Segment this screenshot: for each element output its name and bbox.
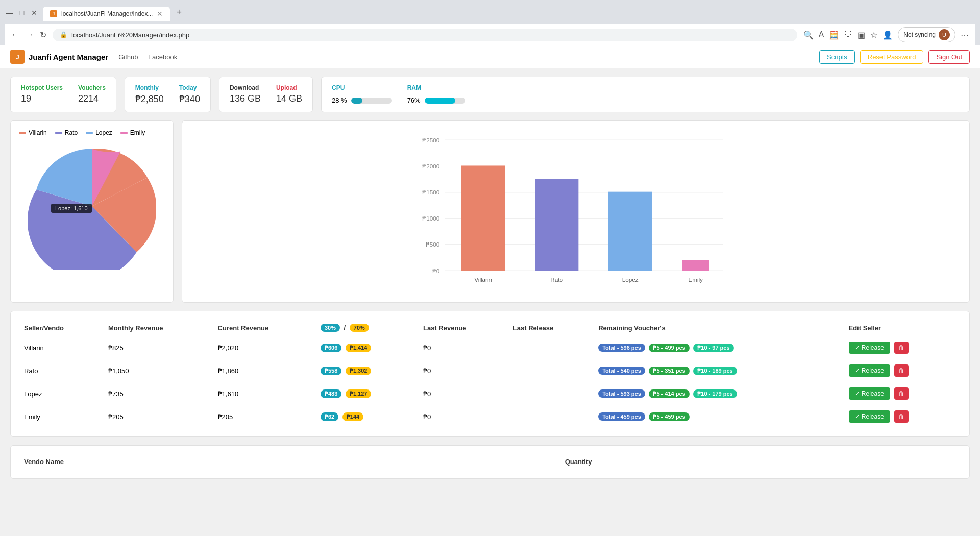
users-vouchers-card: Hotspot Users 19 Vouchers 2214 [10, 77, 116, 112]
tab-close-icon[interactable]: ✕ [157, 10, 163, 18]
ram-progress-bar [425, 98, 465, 104]
active-tab[interactable]: J localhost/JuanFi Manager/index... ✕ [43, 7, 170, 21]
scripts-button[interactable]: Scripts [819, 50, 855, 64]
release-button-emily[interactable]: ✓ Release [849, 410, 890, 423]
svg-text:₱1000: ₱1000 [422, 215, 440, 222]
today-value: ₱340 [179, 93, 200, 105]
table-row: Emily ₱205 ₱205 ₱62 ₱144 ₱0 Total - 459 … [19, 405, 961, 428]
facebook-link[interactable]: Facebook [148, 53, 177, 61]
monthly-stat: Monthly ₱2,850 [135, 84, 164, 105]
col-last-revenue: Last Revenue [418, 320, 508, 336]
last-revenue: ₱0 [418, 336, 508, 359]
reload-button[interactable]: ↻ [40, 30, 46, 40]
monthly-label: Monthly [135, 84, 164, 91]
ram-value: 76% [407, 96, 421, 104]
app-header: J Juanfi Agent Manager Github Facebook S… [0, 45, 980, 68]
last-release [508, 336, 593, 359]
ram-progress-fill [425, 98, 456, 104]
app-title: Juanfi Agent Manager [29, 53, 108, 61]
pct-values: ₱483 ₱1,127 [315, 382, 418, 405]
legend-dot-emily [120, 132, 128, 134]
close-button[interactable]: ✕ [30, 8, 39, 17]
current-revenue: ₱205 [213, 405, 315, 428]
last-release [508, 382, 593, 405]
table-row: Rato ₱1,050 ₱1,860 ₱558 ₱1,302 ₱0 Total … [19, 359, 961, 382]
monthly-revenue: ₱205 [103, 405, 213, 428]
legend-emily: Emily [120, 129, 145, 136]
minimize-button[interactable]: — [5, 8, 14, 17]
ram-label: RAM [407, 84, 465, 91]
delete-button-villarin[interactable]: 🗑 [894, 342, 909, 354]
bar-rato [535, 179, 578, 271]
hotspot-users-label: Hotspot Users [21, 84, 63, 91]
col-vendo-qty: Quantity [560, 454, 961, 470]
app-nav: Github Facebook [118, 53, 185, 61]
pie-chart-container: Lopez: 1,610 [19, 142, 165, 270]
seller-name: Rato [19, 359, 103, 382]
menu-icon[interactable]: ⋯ [961, 30, 969, 40]
release-button-rato[interactable]: ✓ Release [849, 364, 890, 377]
delete-button-emily[interactable]: 🗑 [894, 410, 909, 423]
extensions-icon[interactable]: 🧮 [829, 30, 839, 40]
refresh-icon[interactable]: ▣ [857, 30, 865, 40]
address-bar[interactable]: 🔒 localhost/JuanFi%20Manager/index.php [53, 29, 797, 41]
col-vouchers: Remaining Voucher's [593, 320, 843, 336]
release-button-villarin[interactable]: ✓ Release [849, 342, 890, 354]
table-row: Lopez ₱735 ₱1,610 ₱483 ₱1,127 ₱0 Total -… [19, 382, 961, 405]
col-edit: Edit Seller [844, 320, 962, 336]
bar-villarin [461, 165, 505, 271]
browser-titlebar: — □ ✕ J localhost/JuanFi Manager/index..… [5, 4, 975, 21]
edit-seller: ✓ Release 🗑 [844, 336, 962, 359]
release-button-lopez[interactable]: ✓ Release [849, 387, 890, 400]
profile-icon[interactable]: 👤 [883, 30, 893, 40]
back-button[interactable]: ← [11, 30, 19, 39]
tab-title: localhost/JuanFi Manager/index... [61, 10, 153, 17]
svg-text:₱2500: ₱2500 [422, 137, 440, 143]
seller-name: Villarin [19, 336, 103, 359]
address-bar-row: ← → ↻ 🔒 localhost/JuanFi%20Manager/index… [5, 24, 975, 45]
maximize-button[interactable]: □ [17, 8, 27, 17]
new-tab-button[interactable]: + [171, 4, 187, 21]
upload-stat: Upload 14 GB [276, 84, 302, 104]
cpu-stat: CPU 28 % [332, 84, 392, 105]
vouchers: Total - 540 pcs ₱5 - 351 pcs ₱10 - 189 p… [593, 359, 843, 382]
monthly-revenue: ₱1,050 [103, 359, 213, 382]
last-release [508, 359, 593, 382]
delete-button-rato[interactable]: 🗑 [894, 364, 909, 377]
sign-out-button[interactable]: Sign Out [928, 50, 970, 64]
cpu-progress-bar [351, 98, 392, 104]
github-link[interactable]: Github [118, 53, 138, 61]
last-revenue: ₱0 [418, 405, 508, 428]
tab-bar: J localhost/JuanFi Manager/index... ✕ + [43, 4, 187, 21]
search-icon[interactable]: 🔍 [803, 30, 814, 40]
col-seller: Seller/Vendo [19, 320, 103, 336]
charts-row: Villarin Rato Lopez Emily [10, 120, 970, 303]
svg-text:Rato: Rato [550, 276, 563, 283]
cpu-value: 28 % [332, 96, 347, 104]
vouchers-label: Vouchers [78, 84, 106, 91]
main-content: Hotspot Users 19 Vouchers 2214 Monthly ₱… [0, 68, 980, 487]
forward-button[interactable]: → [26, 30, 34, 39]
svg-text:Emily: Emily [688, 276, 703, 283]
edit-seller: ✓ Release 🗑 [844, 405, 962, 428]
reset-password-button[interactable]: Reset Password [860, 50, 924, 64]
app-header-right: Scripts Reset Password Sign Out [819, 50, 970, 64]
pct-values: ₱62 ₱144 [315, 405, 418, 428]
upload-label: Upload [276, 84, 302, 91]
col-pct: 30% / 70% [315, 320, 418, 336]
col-current: Curent Revenue [213, 320, 315, 336]
legend-dot-lopez [86, 132, 93, 134]
pie-chart-card: Villarin Rato Lopez Emily [10, 120, 174, 303]
delete-button-lopez[interactable]: 🗑 [894, 387, 909, 400]
last-revenue: ₱0 [418, 359, 508, 382]
monthly-value: ₱2,850 [135, 93, 164, 105]
vouchers-value: 2214 [78, 93, 106, 104]
sellers-table-card: Seller/Vendo Monthly Revenue Curent Reve… [10, 311, 970, 437]
shield-icon[interactable]: 🛡 [844, 30, 852, 39]
last-release [508, 405, 593, 428]
font-icon[interactable]: A [819, 30, 824, 39]
col-last-release: Last Release [508, 320, 593, 336]
star-icon[interactable]: ☆ [870, 30, 877, 40]
not-syncing-button[interactable]: Not syncing U [898, 27, 955, 42]
seller-name: Emily [19, 405, 103, 428]
